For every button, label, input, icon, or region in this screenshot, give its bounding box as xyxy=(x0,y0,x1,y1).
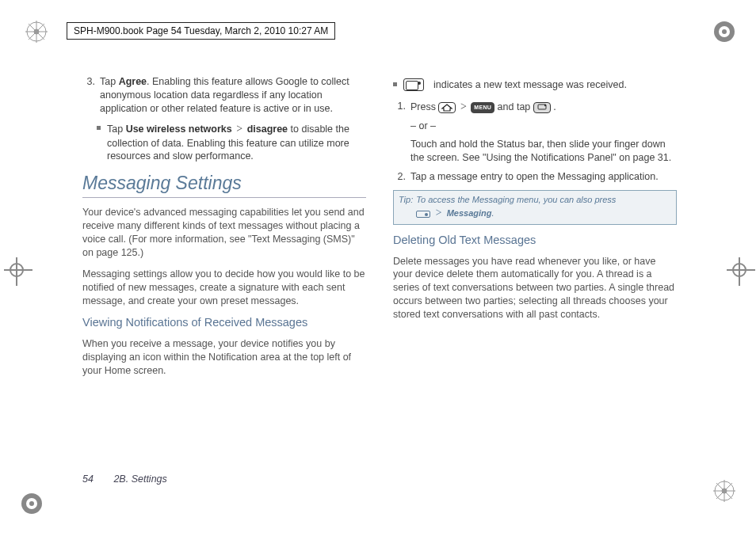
tip-body: To access the Messaging menu, you can al… xyxy=(416,194,616,221)
paragraph: When you receive a message, your device … xyxy=(82,337,366,378)
step-3: 3. Tap Agree. Enabling this feature allo… xyxy=(82,75,366,116)
bullet-body: indicates a new text message was receive… xyxy=(433,78,627,92)
menu-key-icon: MENU xyxy=(471,102,494,113)
step-2: 2. Tap a message entry to open the Messa… xyxy=(393,170,677,184)
sub-bullet: Tap Use wireless networks > disagree to … xyxy=(97,122,366,164)
text: Press xyxy=(410,101,438,112)
paragraph: Your device's advanced messaging capabil… xyxy=(82,206,366,260)
chevron-text: > xyxy=(430,207,446,219)
svg-point-11 xyxy=(29,501,34,506)
step-body: Tap Agree. Enabling this feature allows … xyxy=(100,75,366,116)
icon-bullet: indicates a new text message was receive… xyxy=(393,78,677,92)
svg-point-5 xyxy=(34,29,39,34)
messaging-app-icon xyxy=(533,102,551,113)
paragraph: Delete messages you have read whenever y… xyxy=(393,255,677,321)
subheading-viewing: Viewing Notifications of Received Messag… xyxy=(82,315,366,331)
svg-point-17 xyxy=(722,489,727,493)
new-message-icon xyxy=(403,78,424,91)
corner-ornament-tr xyxy=(710,17,739,46)
registration-mark-right xyxy=(732,263,746,277)
or-text: – or – xyxy=(410,120,677,133)
text: Touch and hold the Status bar, then slid… xyxy=(410,138,677,165)
page-header-box: SPH-M900.book Page 54 Tuesday, March 2, … xyxy=(67,22,335,40)
step-body: Press > MENU and tap . – or – Touch and … xyxy=(410,100,677,165)
disagree-label: disagree xyxy=(247,124,288,135)
messaging-label: Messaging xyxy=(447,208,492,218)
bullet-body: Tap Use wireless networks > disagree to … xyxy=(107,122,366,164)
subheading-deleting: Deleting Old Text Messages xyxy=(393,233,677,249)
corner-ornament-tl xyxy=(22,17,51,46)
page-footer: 54 2B. Settings xyxy=(82,473,167,485)
status-bar-icon xyxy=(416,211,430,218)
square-bullet-icon xyxy=(97,126,101,130)
corner-ornament-bl xyxy=(17,489,46,518)
text: To access the Messaging menu, you can al… xyxy=(416,195,616,204)
step-number: 3. xyxy=(82,75,95,116)
text: Tap xyxy=(100,76,119,87)
content-columns: 3. Tap Agree. Enabling this feature allo… xyxy=(82,75,677,386)
text: Tap xyxy=(107,124,126,135)
square-bullet-icon xyxy=(393,82,397,86)
use-wireless-label: Use wireless networks xyxy=(126,124,232,135)
home-key-icon xyxy=(438,102,456,113)
text: . xyxy=(553,101,556,112)
step-number: 2. xyxy=(393,170,406,184)
corner-ornament-br xyxy=(710,477,739,505)
right-column: indicates a new text message was receive… xyxy=(393,75,677,386)
section-heading-messaging: Messaging Settings xyxy=(82,171,366,196)
left-column: 3. Tap Agree. Enabling this feature allo… xyxy=(82,75,366,386)
registration-mark-left xyxy=(10,263,24,277)
step-1: 1. Press > MENU and tap . – or – Touch a… xyxy=(393,100,677,165)
tip-label: Tip: xyxy=(399,194,413,221)
section-rule xyxy=(82,197,366,198)
svg-point-8 xyxy=(722,29,727,34)
paragraph: Messaging settings allow you to decide h… xyxy=(82,268,366,308)
text: and tap xyxy=(498,101,533,112)
chevron-text: > xyxy=(459,101,468,112)
page-number: 54 xyxy=(82,473,94,485)
step-body: Tap a message entry to open the Messagin… xyxy=(410,170,677,184)
svg-point-19 xyxy=(544,104,546,105)
chapter-label: 2B. Settings xyxy=(113,473,166,485)
tip-box: Tip: To access the Messaging menu, you c… xyxy=(393,190,677,225)
text: . xyxy=(492,208,494,218)
chevron-text: > xyxy=(232,123,247,135)
agree-label: Agree xyxy=(119,76,147,87)
step-number: 1. xyxy=(393,100,406,165)
